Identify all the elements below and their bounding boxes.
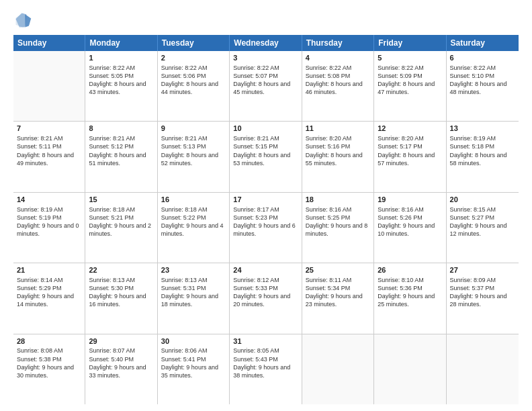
calendar-day-8: 8Sunrise: 8:21 AMSunset: 5:12 PMDaylight… [85,122,157,191]
daylight-info: Daylight: 8 hours and 51 minutes. [89,151,153,167]
day-number: 6 [450,53,515,63]
sunrise-info: Sunrise: 8:08 AM [17,347,81,355]
calendar-day-empty [447,334,519,404]
sunrise-info: Sunrise: 8:20 AM [378,134,442,142]
sunset-info: Sunset: 5:31 PM [161,284,226,292]
sunrise-info: Sunrise: 8:07 AM [89,347,153,355]
sunset-info: Sunset: 5:18 PM [450,142,515,150]
daylight-info: Daylight: 8 hours and 47 minutes. [378,80,442,96]
sunrise-info: Sunrise: 8:20 AM [306,134,370,142]
day-number: 12 [378,124,442,134]
sunset-info: Sunset: 5:27 PM [450,214,515,222]
sunrise-info: Sunrise: 8:11 AM [306,276,370,284]
sunset-info: Sunset: 5:37 PM [450,284,515,292]
calendar-day-empty [13,51,85,121]
sunrise-info: Sunrise: 8:18 AM [89,205,153,214]
daylight-info: Daylight: 9 hours and 4 minutes. [161,222,226,238]
sunset-info: Sunset: 5:11 PM [17,142,81,150]
calendar-day-22: 22Sunrise: 8:13 AMSunset: 5:30 PMDayligh… [85,263,157,333]
calendar-day-12: 12Sunrise: 8:20 AMSunset: 5:17 PMDayligh… [374,122,446,191]
calendar-header: SundayMondayTuesdayWednesdayThursdayFrid… [13,35,519,51]
sunrise-info: Sunrise: 8:19 AM [450,134,515,142]
day-number: 30 [161,336,226,347]
sunset-info: Sunset: 5:23 PM [233,214,298,222]
daylight-info: Daylight: 9 hours and 0 minutes. [17,222,81,238]
sunrise-info: Sunrise: 8:22 AM [450,64,515,72]
logo-icon [13,11,32,30]
sunrise-info: Sunrise: 8:17 AM [233,205,298,214]
daylight-info: Daylight: 9 hours and 20 minutes. [233,292,298,308]
calendar-day-17: 17Sunrise: 8:17 AMSunset: 5:23 PMDayligh… [230,193,302,263]
sunrise-info: Sunrise: 8:21 AM [233,134,298,142]
sunrise-info: Sunrise: 8:21 AM [161,134,226,142]
daylight-info: Daylight: 8 hours and 52 minutes. [161,151,226,167]
sunrise-info: Sunrise: 8:19 AM [17,205,81,214]
sunset-info: Sunset: 5:19 PM [17,214,81,222]
day-number: 24 [233,265,298,275]
header [13,11,519,30]
calendar-week-2: 7Sunrise: 8:21 AMSunset: 5:11 PMDaylight… [13,122,519,192]
daylight-info: Daylight: 8 hours and 55 minutes. [306,151,370,167]
day-number: 19 [378,195,442,205]
logo [13,11,35,30]
sunrise-info: Sunrise: 8:16 AM [306,205,370,214]
calendar-week-4: 21Sunrise: 8:14 AMSunset: 5:29 PMDayligh… [13,263,519,334]
day-number: 20 [450,195,515,205]
day-number: 3 [233,53,298,63]
sunrise-info: Sunrise: 8:21 AM [17,134,81,142]
daylight-info: Daylight: 9 hours and 38 minutes. [233,363,298,379]
daylight-info: Daylight: 9 hours and 35 minutes. [161,363,226,379]
day-number: 28 [17,336,81,347]
daylight-info: Daylight: 9 hours and 10 minutes. [378,222,442,238]
sunset-info: Sunset: 5:12 PM [89,142,153,150]
daylight-info: Daylight: 9 hours and 16 minutes. [89,292,153,308]
day-number: 9 [161,124,226,134]
sunrise-info: Sunrise: 8:12 AM [233,276,298,284]
daylight-info: Daylight: 9 hours and 28 minutes. [450,292,515,308]
daylight-info: Daylight: 8 hours and 58 minutes. [450,151,515,167]
weekday-header-friday: Friday [374,35,446,51]
calendar-week-3: 14Sunrise: 8:19 AMSunset: 5:19 PMDayligh… [13,193,519,263]
sunset-info: Sunset: 5:30 PM [89,284,153,292]
sunrise-info: Sunrise: 8:16 AM [378,205,442,214]
day-number: 16 [161,195,226,205]
calendar-day-15: 15Sunrise: 8:18 AMSunset: 5:21 PMDayligh… [85,193,157,263]
sunset-info: Sunset: 5:33 PM [233,284,298,292]
calendar-day-24: 24Sunrise: 8:12 AMSunset: 5:33 PMDayligh… [230,263,302,333]
sunset-info: Sunset: 5:16 PM [306,142,370,150]
sunset-info: Sunset: 5:15 PM [233,142,298,150]
calendar-day-25: 25Sunrise: 8:11 AMSunset: 5:34 PMDayligh… [302,263,374,333]
sunrise-info: Sunrise: 8:14 AM [17,276,81,284]
calendar-day-empty [374,334,446,404]
calendar-day-9: 9Sunrise: 8:21 AMSunset: 5:13 PMDaylight… [158,122,230,191]
day-number: 25 [306,265,370,275]
day-number: 7 [17,124,81,134]
daylight-info: Daylight: 8 hours and 45 minutes. [233,80,298,96]
calendar-day-2: 2Sunrise: 8:22 AMSunset: 5:06 PMDaylight… [158,51,230,121]
daylight-info: Daylight: 9 hours and 25 minutes. [378,292,442,308]
calendar-day-23: 23Sunrise: 8:13 AMSunset: 5:31 PMDayligh… [158,263,230,333]
daylight-info: Daylight: 9 hours and 33 minutes. [89,363,153,379]
sunrise-info: Sunrise: 8:22 AM [89,64,153,72]
daylight-info: Daylight: 8 hours and 46 minutes. [306,80,370,96]
daylight-info: Daylight: 9 hours and 18 minutes. [161,292,226,308]
sunset-info: Sunset: 5:17 PM [378,142,442,150]
sunset-info: Sunset: 5:40 PM [89,355,153,363]
sunrise-info: Sunrise: 8:09 AM [450,276,515,284]
daylight-info: Daylight: 9 hours and 14 minutes. [17,292,81,308]
daylight-info: Daylight: 9 hours and 12 minutes. [450,222,515,238]
page: SundayMondayTuesdayWednesdayThursdayFrid… [0,0,532,411]
sunrise-info: Sunrise: 8:13 AM [161,276,226,284]
calendar-day-14: 14Sunrise: 8:19 AMSunset: 5:19 PMDayligh… [13,193,85,263]
calendar-day-7: 7Sunrise: 8:21 AMSunset: 5:11 PMDaylight… [13,122,85,191]
sunset-info: Sunset: 5:29 PM [17,284,81,292]
sunrise-info: Sunrise: 8:15 AM [450,205,515,214]
day-number: 11 [306,124,370,134]
daylight-info: Daylight: 8 hours and 57 minutes. [378,151,442,167]
day-number: 29 [89,336,153,347]
weekday-header-monday: Monday [85,35,157,51]
day-number: 8 [89,124,153,134]
sunset-info: Sunset: 5:43 PM [233,355,298,363]
daylight-info: Daylight: 9 hours and 8 minutes. [306,222,370,238]
day-number: 31 [233,336,298,347]
